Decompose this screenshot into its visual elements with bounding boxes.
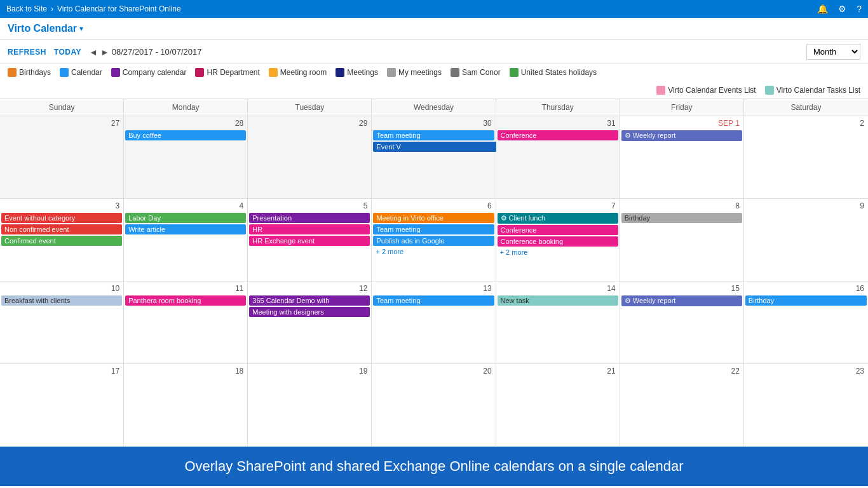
event-presentation[interactable]: Presentation xyxy=(249,213,370,223)
legend: Birthdays Calendar Company calendar HR D… xyxy=(0,64,868,99)
cal-cell-sep19: 19 xyxy=(248,364,372,447)
top-bar: Back to Site › Virto Calendar for ShareP… xyxy=(0,0,868,18)
event-conference-aug31[interactable]: Conference xyxy=(498,130,618,140)
event-birthday-sep16[interactable]: Birthday xyxy=(745,295,867,306)
cal-cell-sep2: 2 xyxy=(744,116,868,199)
cal-cell-sep17: 17 xyxy=(0,364,124,447)
event-buy-coffee[interactable]: Buy coffee xyxy=(125,130,246,140)
legend-virto-events: Virto Calendar Events List xyxy=(656,86,756,95)
header-monday: Monday xyxy=(124,99,248,116)
event-hr-sep5[interactable]: HR xyxy=(249,224,370,234)
cal-cell-sep21: 21 xyxy=(496,364,620,447)
week-row-3: 10 Breakfast with clients 11 Panthera ro… xyxy=(0,281,868,364)
calendar: Sunday Monday Tuesday Wednesday Thursday… xyxy=(0,99,868,447)
legend-sam-conor: Sam Conor xyxy=(451,68,501,77)
header-thursday: Thursday xyxy=(496,99,620,116)
event-conf-booking[interactable]: Conference booking xyxy=(498,236,618,247)
legend-company: Company calendar xyxy=(111,68,187,77)
event-hr-exchange[interactable]: HR Exchange event xyxy=(249,236,370,246)
event-birthday-sep8[interactable]: Birthday xyxy=(621,213,742,223)
legend-hr: HR Department xyxy=(195,68,259,77)
event-without-category[interactable]: Event without category xyxy=(1,213,122,223)
event-publish-ads[interactable]: Publish ads in Google xyxy=(373,236,494,246)
cal-cell-sep20: 20 xyxy=(372,364,496,447)
cal-cell-sep1: SEP 1 ⚙ Weekly report xyxy=(620,116,744,199)
cal-cell-sep10: 10 Breakfast with clients xyxy=(0,281,124,364)
event-new-task[interactable]: New task xyxy=(498,295,618,306)
refresh-button[interactable]: REFRESH xyxy=(8,48,46,57)
help-icon[interactable]: ? xyxy=(857,4,862,14)
header-tuesday: Tuesday xyxy=(248,99,372,116)
cal-cell-sep18: 18 xyxy=(124,364,248,447)
cal-cell-aug30: 30 Team meeting Event V xyxy=(372,116,496,199)
cal-cell-sep6: 6 Meeting in Virto office Team meeting P… xyxy=(372,199,496,281)
event-conference-sep7[interactable]: Conference xyxy=(498,225,618,235)
event-breakfast-clients[interactable]: Breakfast with clients xyxy=(1,295,122,306)
calendar-header: Sunday Monday Tuesday Wednesday Thursday… xyxy=(0,99,868,116)
back-to-site-link[interactable]: Back to Site xyxy=(6,4,47,13)
app-title-dropdown-icon[interactable]: ▾ xyxy=(79,24,83,33)
app-header: Virto Calendar ▾ xyxy=(0,18,868,40)
cal-cell-sep16: 16 Birthday xyxy=(744,281,868,364)
top-bar-icons: 🔔 ⚙ ? xyxy=(817,4,862,14)
legend-meetings: Meetings xyxy=(336,68,378,77)
notification-icon[interactable]: 🔔 xyxy=(817,4,828,14)
cal-cell-sep3: 3 Event without category Non confirmed e… xyxy=(0,199,124,281)
cal-cell-aug29: 29 xyxy=(248,116,372,199)
legend-birthdays: Birthdays xyxy=(8,68,51,77)
event-meeting-designers[interactable]: Meeting with designers xyxy=(249,307,370,317)
cal-cell-sep15: 15 ⚙ Weekly report xyxy=(620,281,744,364)
cal-cell-sep4: 4 Labor Day Write article xyxy=(124,199,248,281)
cal-cell-sep13: 13 Team meeting xyxy=(372,281,496,364)
more-link-sep7[interactable]: + 2 more xyxy=(498,248,618,257)
cal-cell-sep14: 14 New task xyxy=(496,281,620,364)
legend-my-meetings: My meetings xyxy=(387,68,442,77)
header-saturday: Saturday xyxy=(744,99,868,116)
legend-calendar: Calendar xyxy=(60,68,102,77)
cal-cell-aug28: 28 Buy coffee xyxy=(124,116,248,199)
header-wednesday: Wednesday xyxy=(372,99,496,116)
event-team-meeting-sep6[interactable]: Team meeting xyxy=(373,224,494,234)
event-client-lunch[interactable]: ⚙ Client lunch xyxy=(498,213,618,224)
cal-cell-sep11: 11 Panthera room booking xyxy=(124,281,248,364)
event-365-demo[interactable]: 365 Calendar Demo with xyxy=(249,295,370,306)
footer-text: Overlay SharePoint and shared Exchange O… xyxy=(184,458,683,474)
event-team-meeting-aug30[interactable]: Team meeting xyxy=(373,130,494,140)
app-title: Virto Calendar xyxy=(8,23,77,34)
view-select[interactable]: Month Week Day xyxy=(806,44,860,60)
event-confirmed[interactable]: Confirmed event xyxy=(1,236,122,246)
today-button[interactable]: TODAY xyxy=(54,48,81,57)
cal-cell-sep23: 23 xyxy=(744,364,868,447)
cal-cell-sep9: 9 xyxy=(744,199,868,281)
event-team-meeting-sep13[interactable]: Team meeting xyxy=(373,295,494,306)
toolbar: REFRESH TODAY ◄ ► 08/27/2017 - 10/07/201… xyxy=(0,40,868,64)
settings-icon[interactable]: ⚙ xyxy=(838,4,846,14)
event-write-article[interactable]: Write article xyxy=(125,224,246,234)
app-title-breadcrumb: Virto Calendar for SharePoint Online xyxy=(57,4,181,13)
footer-banner: Overlay SharePoint and shared Exchange O… xyxy=(0,447,868,486)
cal-cell-aug27: 27 xyxy=(0,116,124,199)
header-sunday: Sunday xyxy=(0,99,124,116)
cal-cell-sep5: 5 Presentation HR HR Exchange event xyxy=(248,199,372,281)
cal-cell-sep8: 8 Birthday xyxy=(620,199,744,281)
week-row-4: 17 18 19 20 21 22 23 xyxy=(0,364,868,447)
event-weekly-report-sep15[interactable]: ⚙ Weekly report xyxy=(621,295,742,306)
prev-arrow[interactable]: ◄ xyxy=(89,47,98,57)
breadcrumb: Back to Site › Virto Calendar for ShareP… xyxy=(6,4,181,13)
event-labor-day[interactable]: Labor Day xyxy=(125,213,246,223)
event-non-confirmed[interactable]: Non confirmed event xyxy=(1,224,122,234)
cal-cell-sep7: 7 ⚙ Client lunch Conference Conference b… xyxy=(496,199,620,281)
cal-cell-sep12: 12 365 Calendar Demo with Meeting with d… xyxy=(248,281,372,364)
week-row-2: 3 Event without category Non confirmed e… xyxy=(0,199,868,281)
cal-cell-aug31: 31 Conference xyxy=(496,116,620,199)
legend-us-holidays: United States holidays xyxy=(510,68,597,77)
more-link-sep6[interactable]: + 2 more xyxy=(373,247,494,256)
event-panthera[interactable]: Panthera room booking xyxy=(125,295,246,306)
legend-virto-tasks: Virto Calendar Tasks List xyxy=(765,86,860,95)
next-arrow[interactable]: ► xyxy=(100,47,109,57)
event-weekly-report-sep1[interactable]: ⚙ Weekly report xyxy=(621,130,742,141)
legend-meeting-room: Meeting room xyxy=(269,68,327,77)
event-meeting-virto[interactable]: Meeting in Virto office xyxy=(373,213,494,223)
date-range-label: 08/27/2017 - 10/07/2017 xyxy=(112,47,202,57)
header-friday: Friday xyxy=(620,99,744,116)
